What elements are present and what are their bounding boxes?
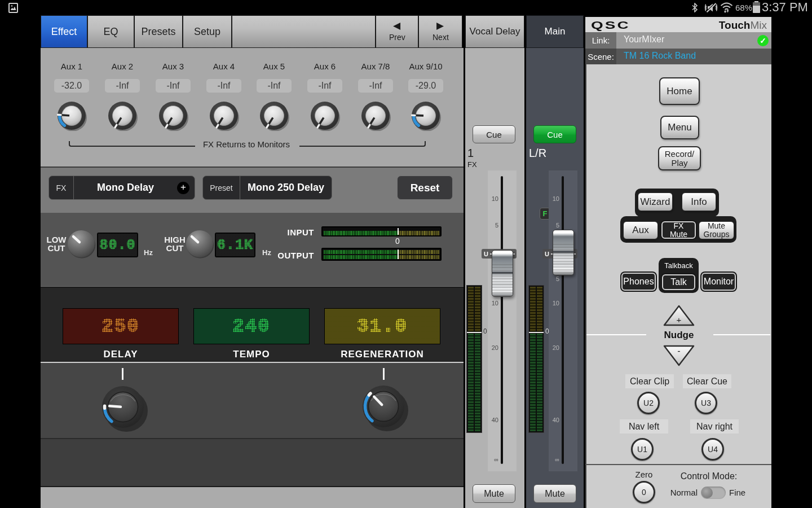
svg-text:-: - <box>677 346 680 356</box>
svg-text:+: + <box>677 315 682 325</box>
